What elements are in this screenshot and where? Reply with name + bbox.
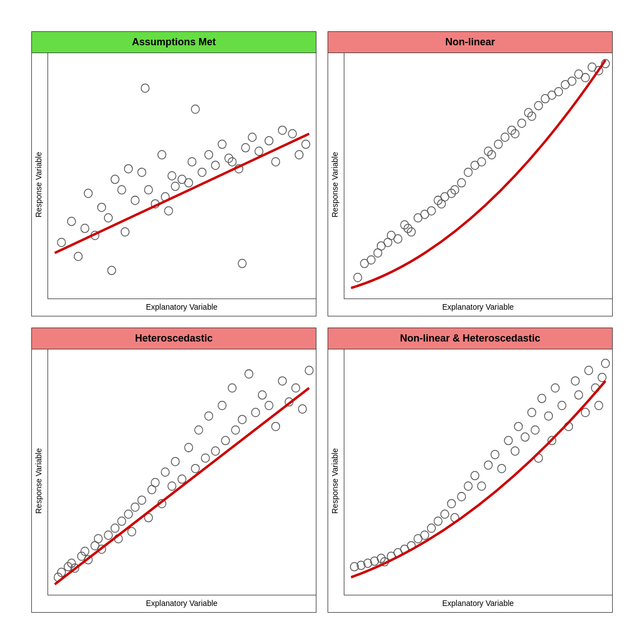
svg-point-74 [524, 108, 532, 117]
svg-point-26 [191, 105, 199, 113]
svg-point-157 [491, 451, 499, 459]
svg-point-69 [494, 140, 502, 149]
svg-point-37 [255, 147, 263, 155]
svg-point-16 [144, 186, 152, 194]
svg-point-114 [184, 443, 192, 452]
svg-point-129 [272, 422, 280, 430]
svg-point-163 [528, 408, 536, 416]
svg-point-38 [265, 136, 273, 145]
svg-point-20 [164, 207, 172, 215]
svg-point-10 [118, 186, 126, 194]
y-label-1: Response Variable [32, 53, 48, 316]
chart-inner-2 [344, 53, 612, 299]
svg-point-76 [534, 102, 542, 110]
svg-point-83 [581, 73, 589, 82]
svg-point-4 [84, 189, 92, 197]
svg-point-112 [171, 457, 179, 466]
svg-point-160 [511, 447, 519, 455]
svg-point-8 [108, 266, 116, 274]
x-label-3: Explanatory Variable [48, 595, 316, 612]
svg-point-118 [205, 412, 212, 420]
svg-point-51 [394, 235, 402, 243]
svg-point-177 [595, 401, 603, 410]
svg-point-32 [228, 158, 236, 166]
svg-point-158 [498, 465, 505, 473]
svg-point-155 [477, 482, 485, 490]
y-label-2: Response Variable [328, 53, 344, 316]
svg-point-99 [111, 524, 119, 532]
chart-inner-3 [48, 349, 316, 595]
svg-point-46 [367, 255, 375, 264]
svg-point-150 [447, 499, 455, 508]
svg-point-53 [404, 224, 412, 233]
panel-assumptions-met: Assumptions Met Response Variable [31, 31, 316, 316]
svg-point-0 [58, 238, 65, 247]
svg-point-128 [265, 401, 273, 410]
x-label-2: Explanatory Variable [344, 299, 612, 316]
chart-area-4: Response Variable [328, 349, 612, 612]
svg-point-125 [245, 370, 253, 378]
svg-point-148 [434, 517, 442, 525]
x-label-1: Explanatory Variable [48, 299, 316, 316]
svg-point-164 [531, 426, 539, 434]
svg-point-122 [228, 383, 236, 392]
svg-point-11 [121, 228, 129, 236]
svg-point-70 [501, 133, 509, 141]
svg-point-14 [138, 168, 145, 177]
svg-point-132 [292, 383, 300, 392]
svg-point-64 [464, 168, 472, 177]
svg-point-147 [427, 524, 435, 532]
svg-point-120 [218, 401, 226, 410]
svg-point-34 [238, 259, 246, 268]
svg-point-175 [585, 366, 593, 375]
svg-point-12 [125, 164, 132, 173]
x-label-4: Explanatory Variable [344, 595, 612, 612]
svg-point-30 [218, 140, 226, 149]
svg-point-43 [302, 140, 310, 149]
svg-point-119 [211, 447, 219, 455]
svg-point-71 [508, 126, 515, 134]
svg-point-152 [457, 493, 465, 501]
panel-non-linear: Non-linear Response Variable [328, 31, 613, 316]
svg-point-170 [558, 401, 566, 410]
svg-point-54 [408, 228, 415, 236]
svg-point-162 [521, 433, 529, 441]
svg-point-6 [98, 203, 106, 211]
svg-point-172 [571, 377, 579, 385]
svg-point-2 [74, 252, 82, 261]
svg-point-133 [299, 405, 306, 413]
chart-area-3: Response Variable [32, 349, 316, 612]
svg-point-24 [184, 179, 192, 187]
svg-point-96 [94, 534, 102, 543]
svg-point-40 [278, 126, 286, 134]
svg-point-139 [377, 554, 385, 562]
chart-area-1: Response Variable [32, 53, 316, 316]
svg-point-25 [188, 158, 196, 166]
svg-point-9 [111, 175, 119, 183]
svg-point-73 [518, 119, 525, 127]
y-label-4: Response Variable [328, 349, 344, 612]
svg-point-113 [178, 475, 186, 484]
svg-point-66 [477, 158, 485, 166]
svg-point-13 [131, 196, 139, 205]
svg-point-44 [354, 273, 362, 282]
svg-point-104 [131, 503, 139, 512]
svg-point-98 [105, 531, 112, 539]
svg-point-149 [441, 510, 448, 518]
chart-area-2: Response Variable [328, 53, 612, 316]
svg-point-72 [511, 130, 519, 138]
svg-point-57 [427, 207, 435, 215]
svg-point-115 [191, 465, 199, 473]
svg-point-127 [258, 391, 266, 399]
svg-point-62 [451, 186, 458, 194]
svg-point-105 [138, 496, 145, 504]
svg-point-31 [225, 154, 233, 163]
svg-point-116 [195, 426, 202, 434]
svg-point-166 [538, 394, 546, 402]
svg-point-174 [581, 408, 589, 416]
svg-point-169 [551, 383, 559, 392]
svg-point-22 [171, 182, 179, 191]
svg-point-75 [528, 112, 536, 120]
panel-title-heteroscedastic: Heteroscedastic [32, 328, 316, 349]
svg-point-108 [151, 479, 159, 487]
